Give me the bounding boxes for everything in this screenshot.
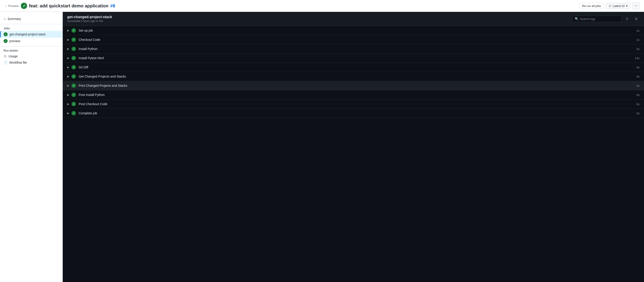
step-success-icon: ✓ bbox=[72, 47, 76, 51]
step-duration: 1s bbox=[636, 29, 640, 32]
home-icon: ⌂ bbox=[4, 17, 6, 21]
job-header: get-changed-project-stack succeeded 5 ho… bbox=[63, 12, 644, 26]
step-row[interactable]: ▶ ✓ Install Python 0s bbox=[63, 44, 644, 54]
file-icon: 📄 bbox=[4, 61, 8, 64]
step-success-icon: ✓ bbox=[72, 84, 76, 88]
chevron-right-icon: ▶ bbox=[67, 84, 69, 87]
refresh-button[interactable]: ↻ bbox=[624, 16, 630, 22]
step-name: Post Install Python bbox=[79, 93, 636, 96]
sidebar-item-usage[interactable]: ⏲ Usage bbox=[0, 53, 62, 60]
header-left: ← Preview ✓ feat: add quickstart demo ap… bbox=[4, 3, 115, 9]
title-text: feat: add quickstart demo application bbox=[29, 3, 108, 8]
step-duration: 0s bbox=[636, 75, 640, 78]
clock-icon: ⏲ bbox=[608, 4, 612, 8]
latest-label: Latest #2 bbox=[613, 4, 625, 8]
back-arrow-icon: ← bbox=[4, 4, 8, 8]
chevron-down-icon: ▾ bbox=[626, 4, 628, 8]
latest-button[interactable]: ⏲ Latest #2 ▾ bbox=[606, 3, 631, 9]
sidebar-divider-2 bbox=[0, 46, 62, 46]
step-duration: 1s bbox=[636, 38, 640, 42]
header-right: Re-run all jobs ⏲ Latest #2 ▾ ··· bbox=[579, 2, 640, 10]
step-duration: 0s bbox=[636, 84, 640, 88]
step-row[interactable]: ▶ ✓ Install Pytest Html 14s bbox=[63, 54, 644, 63]
sidebar-item-workflow-file[interactable]: 📄 Workflow file bbox=[0, 60, 62, 66]
step-name: Get Changed Projects and Stacks bbox=[79, 75, 636, 78]
gear-icon: ⚙ bbox=[635, 17, 638, 20]
step-row[interactable]: ▶ ✓ Complete job 0s bbox=[63, 109, 644, 118]
chevron-right-icon: ▶ bbox=[67, 56, 69, 60]
sidebar-item-get-changed-project-stack[interactable]: ✓ get-changed-project-stack bbox=[0, 31, 62, 38]
rerun-all-button[interactable]: Re-run all jobs bbox=[579, 3, 604, 9]
step-success-icon: ✓ bbox=[72, 28, 76, 33]
step-name: Checkout Code bbox=[79, 38, 636, 42]
step-success-icon: ✓ bbox=[72, 56, 76, 60]
search-logs-input[interactable] bbox=[580, 17, 619, 20]
step-success-icon: ✓ bbox=[72, 74, 76, 79]
chevron-right-icon: ▶ bbox=[67, 29, 69, 32]
run-details-label: Run details bbox=[0, 48, 62, 53]
step-row[interactable]: ▶ ✓ Post Checkout Code 0s bbox=[63, 100, 644, 109]
search-icon: 🔍 bbox=[575, 17, 578, 20]
job-actions: 🔍 ↻ ⚙ bbox=[572, 16, 640, 22]
settings-button[interactable]: ⚙ bbox=[633, 16, 640, 22]
chevron-right-icon: ▶ bbox=[67, 93, 69, 96]
back-link[interactable]: ← Preview bbox=[4, 4, 18, 8]
step-name: Set up job bbox=[79, 29, 636, 32]
step-name: Install Pytest Html bbox=[79, 56, 635, 60]
top-header: ← Preview ✓ feat: add quickstart demo ap… bbox=[0, 0, 644, 12]
step-name: Git Diff bbox=[79, 66, 636, 69]
refresh-icon: ↻ bbox=[626, 17, 628, 20]
search-logs-box[interactable]: 🔍 bbox=[572, 16, 622, 22]
step-row[interactable]: ▶ ✓ Git Diff 0s bbox=[63, 63, 644, 72]
step-row[interactable]: ▶ ✓ Get Changed Projects and Stacks 0s bbox=[63, 72, 644, 81]
steps-list: ▶ ✓ Set up job 1s ▶ ✓ Checkout Code 1s ▶… bbox=[63, 26, 644, 118]
main-layout: ⌂ Summary Jobs ✓ get-changed-project-sta… bbox=[0, 12, 644, 282]
step-duration: 0s bbox=[636, 66, 640, 69]
job-meta: succeeded 5 hours ago in 23s bbox=[67, 20, 112, 23]
step-duration: 0s bbox=[636, 47, 640, 51]
pr-number: #8 bbox=[110, 3, 115, 8]
rerun-label: Re-run all jobs bbox=[582, 4, 601, 8]
job-success-icon-1: ✓ bbox=[4, 32, 8, 36]
page-title: ✓ feat: add quickstart demo application … bbox=[21, 3, 115, 9]
ellipsis-icon: ··· bbox=[634, 4, 637, 8]
step-duration: 0s bbox=[636, 93, 640, 96]
sidebar-item-summary[interactable]: ⌂ Summary bbox=[0, 16, 62, 22]
step-name: Install Python bbox=[79, 47, 636, 51]
back-label: Preview bbox=[8, 4, 18, 8]
sidebar: ⌂ Summary Jobs ✓ get-changed-project-sta… bbox=[0, 12, 63, 282]
step-row[interactable]: ▶ ✓ Checkout Code 1s bbox=[63, 35, 644, 44]
step-duration: 14s bbox=[635, 56, 640, 60]
workflow-file-label: Workflow file bbox=[9, 61, 27, 64]
step-name: Complete job bbox=[79, 112, 636, 115]
usage-label: Usage bbox=[8, 54, 18, 58]
chevron-right-icon: ▶ bbox=[67, 38, 69, 41]
more-button[interactable]: ··· bbox=[632, 2, 640, 10]
step-success-icon: ✓ bbox=[72, 111, 76, 116]
title-success-icon: ✓ bbox=[21, 3, 27, 9]
chevron-right-icon: ▶ bbox=[67, 47, 69, 50]
chevron-right-icon: ▶ bbox=[67, 102, 69, 106]
chevron-right-icon: ▶ bbox=[67, 66, 69, 69]
job-label-2: preview bbox=[10, 39, 20, 43]
chevron-right-icon: ▶ bbox=[67, 75, 69, 78]
sidebar-divider-1 bbox=[0, 24, 62, 24]
step-name: Post Checkout Code bbox=[79, 102, 636, 106]
step-success-icon: ✓ bbox=[72, 92, 76, 97]
chevron-right-icon: ▶ bbox=[67, 112, 69, 115]
job-success-icon-2: ✓ bbox=[4, 39, 8, 43]
step-success-icon: ✓ bbox=[72, 102, 76, 106]
job-name: get-changed-project-stack bbox=[67, 15, 112, 19]
step-duration: 0s bbox=[636, 112, 640, 115]
step-row[interactable]: ▶ ✓ Set up job 1s bbox=[63, 26, 644, 35]
sidebar-item-preview[interactable]: ✓ preview bbox=[0, 38, 62, 44]
summary-label: Summary bbox=[8, 17, 21, 20]
jobs-section-label: Jobs bbox=[0, 26, 62, 31]
clock-icon-sidebar: ⏲ bbox=[4, 54, 7, 58]
step-row[interactable]: ▶ ✓ Print Changed Projects and Stacks 0s bbox=[63, 81, 644, 90]
job-content-panel: get-changed-project-stack succeeded 5 ho… bbox=[63, 12, 644, 282]
step-name: Print Changed Projects and Stacks bbox=[79, 84, 636, 88]
step-success-icon: ✓ bbox=[72, 65, 76, 70]
step-success-icon: ✓ bbox=[72, 38, 76, 42]
step-row[interactable]: ▶ ✓ Post Install Python 0s bbox=[63, 90, 644, 100]
